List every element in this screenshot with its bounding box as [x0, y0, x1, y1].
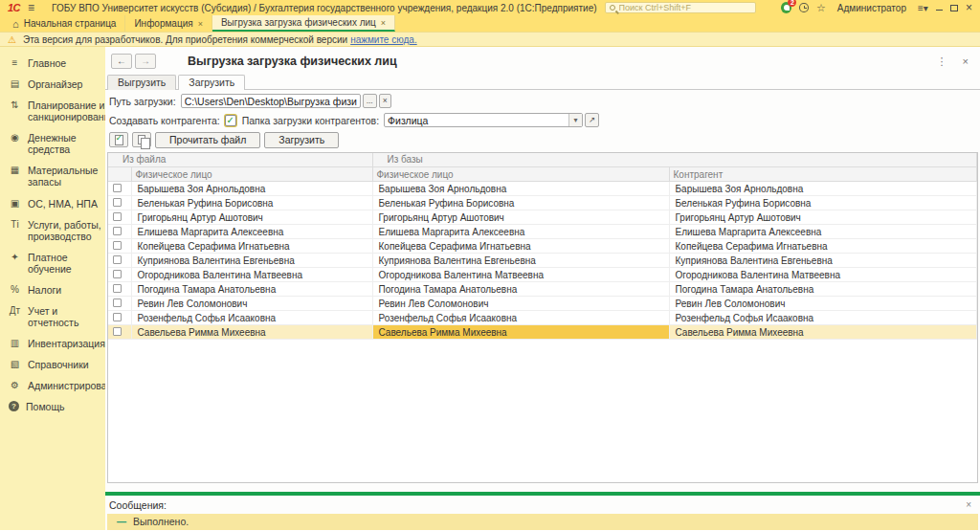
sidebar-item[interactable]: ≡Главное: [0, 53, 105, 74]
cell-from-base[interactable]: Куприянова Валентина Евгеньевна: [372, 254, 669, 268]
column-header-flag[interactable]: [108, 167, 131, 182]
table-row[interactable]: Григорьянц Артур АшотовичГригорьянц Арту…: [108, 210, 977, 225]
cell-from-file[interactable]: Ревин Лев Соломонович: [131, 297, 372, 311]
search-input[interactable]: [619, 3, 752, 12]
check-all-button[interactable]: ✓: [109, 132, 128, 147]
cell-from-base[interactable]: Погодина Тамара Анатольевна: [372, 282, 669, 297]
tab-import[interactable]: Загрузить: [178, 75, 245, 90]
contractor-folder-field[interactable]: Физлица ▾: [384, 113, 583, 127]
open-folder-button[interactable]: ↗: [585, 113, 599, 127]
sidebar-item[interactable]: ▣ОС, НМА, НПА: [0, 193, 105, 214]
main-menu-icon[interactable]: ≡: [28, 1, 34, 14]
sidebar-item[interactable]: ⚙Администрирование: [0, 375, 105, 396]
cell-from-base[interactable]: Елишева Маргарита Алексеевна: [372, 225, 669, 239]
column-header-contractor[interactable]: Контрагент: [669, 167, 976, 182]
create-contractor-checkbox[interactable]: ✓: [225, 115, 236, 126]
sidebar-item[interactable]: ДтУчет и отчетность: [0, 300, 105, 333]
browse-button[interactable]: ...: [363, 94, 377, 108]
sidebar-item[interactable]: ▤Органайзер: [0, 74, 105, 95]
purchase-link[interactable]: нажмите сюда.: [350, 34, 417, 45]
table-row[interactable]: Куприянова Валентина ЕвгеньевнаКуприянов…: [108, 254, 977, 268]
tab-export[interactable]: Выгрузить: [107, 75, 176, 90]
form-close-icon[interactable]: ×: [963, 55, 969, 67]
row-checkbox[interactable]: [113, 212, 122, 221]
cell-from-base[interactable]: Копейцева Серафима Игнатьевна: [372, 239, 669, 254]
minimize-button[interactable]: [936, 10, 944, 11]
row-checkbox[interactable]: [113, 241, 122, 250]
uncheck-all-button[interactable]: [132, 132, 151, 147]
cell-contractor[interactable]: Погодина Тамара Анатольевна: [669, 282, 976, 297]
sidebar-item[interactable]: ТiУслуги, работы, производство: [0, 214, 105, 247]
table-row[interactable]: Погодина Тамара АнатольевнаПогодина Тама…: [108, 282, 977, 297]
group-header-from-base[interactable]: Из базы: [372, 153, 976, 167]
cell-contractor[interactable]: Огородникова Валентина Матвеевна: [669, 268, 976, 282]
row-checkbox[interactable]: [113, 255, 122, 264]
cell-from-file[interactable]: Барышева Зоя Арнольдовна: [131, 182, 372, 196]
cell-from-file[interactable]: Куприянова Валентина Евгеньевна: [131, 254, 372, 268]
cell-from-file[interactable]: Григорьянц Артур Ашотович: [131, 210, 372, 225]
table-row[interactable]: Елишева Маргарита АлексеевнаЕлишева Марг…: [108, 225, 977, 239]
sidebar-item[interactable]: ?Помощь: [0, 396, 105, 417]
load-button[interactable]: Загрузить: [264, 132, 339, 148]
tab-home[interactable]: ⌂ Начальная страница: [4, 15, 125, 32]
column-header-person-base[interactable]: Физическое лицо: [372, 167, 669, 182]
forward-button[interactable]: →: [135, 54, 156, 69]
tab-information[interactable]: Информация ×: [125, 15, 212, 32]
row-checkbox[interactable]: [113, 227, 122, 235]
cell-from-file[interactable]: Елишева Маргарита Алексеевна: [131, 225, 372, 239]
table-row[interactable]: Розенфельд Софья ИсааковнаРозенфельд Соф…: [108, 311, 977, 325]
sidebar-item[interactable]: ▧Справочники: [0, 354, 105, 375]
group-header-from-file[interactable]: Из файла: [108, 153, 372, 167]
cell-contractor[interactable]: Беленькая Руфина Борисовна: [669, 196, 976, 210]
cell-from-base[interactable]: Беленькая Руфина Борисовна: [372, 196, 669, 210]
cell-contractor[interactable]: Савельева Римма Михеевна: [669, 325, 976, 340]
cell-contractor[interactable]: Григорьянц Артур Ашотович: [669, 210, 976, 225]
row-checkbox[interactable]: [113, 313, 122, 321]
row-checkbox[interactable]: [113, 184, 122, 192]
cell-from-file[interactable]: Беленькая Руфина Борисовна: [131, 196, 372, 210]
cell-contractor[interactable]: Елишева Маргарита Алексеевна: [669, 225, 976, 239]
cell-contractor[interactable]: Ревин Лев Соломонович: [669, 297, 976, 311]
table-row[interactable]: Савельева Римма МихеевнаСавельева Римма …: [108, 325, 977, 340]
dropdown-icon[interactable]: ▾: [568, 114, 582, 126]
sidebar-item[interactable]: ◉Денежные средства: [0, 127, 105, 160]
column-header-person-file[interactable]: Физическое лицо: [131, 167, 372, 182]
cell-from-base[interactable]: Барышева Зоя Арнольдовна: [372, 182, 669, 196]
service-menu-icon[interactable]: ≡▾: [918, 3, 928, 13]
row-checkbox[interactable]: [113, 299, 122, 307]
sidebar-item[interactable]: ▥Инвентаризация: [0, 333, 105, 354]
row-checkbox[interactable]: [113, 327, 122, 336]
cell-from-base[interactable]: Огородникова Валентина Матвеевна: [372, 268, 669, 282]
global-search[interactable]: [605, 2, 757, 13]
cell-from-file[interactable]: Копейцева Серафима Игнатьевна: [131, 239, 372, 254]
message-item[interactable]: —Выполнено.: [107, 514, 978, 530]
read-file-button[interactable]: Прочитать файл: [155, 132, 260, 148]
cell-from-base[interactable]: Ревин Лев Соломонович: [372, 297, 669, 311]
cell-from-file[interactable]: Погодина Тамара Анатольевна: [131, 282, 372, 297]
table-row[interactable]: Беленькая Руфина БорисовнаБеленькая Руфи…: [108, 196, 977, 210]
cell-from-file[interactable]: Савельева Римма Михеевна: [131, 325, 372, 340]
cell-contractor[interactable]: Барышева Зоя Арнольдовна: [669, 182, 976, 196]
sidebar-item[interactable]: %Налоги: [0, 279, 105, 300]
tab-close-icon[interactable]: ×: [198, 19, 203, 29]
restore-button[interactable]: [950, 5, 958, 11]
table-row[interactable]: Барышева Зоя АрнольдовнаБарышева Зоя Арн…: [108, 182, 977, 196]
cell-from-base[interactable]: Григорьянц Артур Ашотович: [372, 210, 669, 225]
tab-person-export[interactable]: Выгрузка загрузка физических лиц ×: [212, 15, 395, 32]
more-menu-icon[interactable]: ⋮: [937, 55, 947, 68]
row-checkbox[interactable]: [113, 270, 122, 278]
row-checkbox[interactable]: [113, 198, 122, 207]
favorites-icon[interactable]: ☆: [816, 3, 826, 13]
back-button[interactable]: ←: [111, 54, 132, 69]
notifications-icon[interactable]: 2: [781, 2, 791, 13]
messages-close-icon[interactable]: ×: [966, 499, 971, 510]
table-row[interactable]: Копейцева Серафима ИгнатьевнаКопейцева С…: [108, 239, 977, 254]
close-button[interactable]: ×: [966, 2, 972, 13]
table-row[interactable]: Ревин Лев СоломоновичРевин Лев Соломонов…: [108, 297, 977, 311]
cell-from-file[interactable]: Розенфельд Софья Исааковна: [131, 311, 372, 325]
cell-from-file[interactable]: Огородникова Валентина Матвеевна: [131, 268, 372, 282]
history-icon[interactable]: [799, 3, 809, 12]
row-checkbox[interactable]: [113, 284, 122, 293]
tab-close-icon[interactable]: ×: [381, 18, 386, 28]
cell-from-base[interactable]: Савельева Римма Михеевна: [372, 325, 669, 340]
